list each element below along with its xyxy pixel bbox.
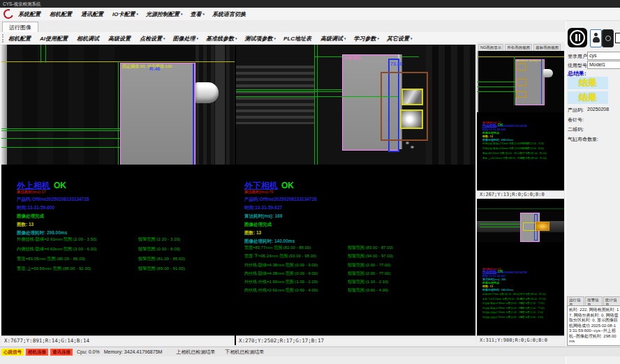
toolbar-button[interactable]: AI使用配置 (40, 35, 69, 43)
tab-run-image[interactable]: 运行图像 (2, 22, 38, 33)
measurement-value: 宽度-上=90.56mm 范围:(88.00 - 92.00) (482, 158, 524, 160)
toolbar-button[interactable]: 测试项参数▾ (245, 35, 276, 43)
measurement-row: 宽度=83.77mm 范围:(82.00 - 88.00) 报警范围:(83.0… (236, 245, 475, 254)
chevron-down-icon: ▾ (235, 36, 237, 40)
machine-background (426, 45, 475, 165)
defect-mark-rect (517, 63, 526, 70)
measurement-value: 宽度-下=95.24mm 范围:(93.00 - 98.00) (244, 254, 316, 258)
measurement-value: 外丝线-丝线=1.90mm 范围:(1.00 - 2.20) (482, 312, 524, 314)
camera-view-lower[interactable]: AI检测框 73.80 外下相机OK 算法耗时(ms):70 产品码:Offli… (236, 45, 475, 345)
process-done: 图像处理完成 (244, 222, 272, 227)
process-elapsed: 图像处理耗时: 298.00ms (482, 139, 513, 142)
roller-stripes (236, 66, 314, 124)
menu-item[interactable]: 查看▾ (190, 10, 205, 18)
alarm-range: 报警范围:(2.20 - 3.20) (520, 143, 544, 146)
chevron-down-icon: ▾ (136, 12, 138, 16)
toolbar-button[interactable]: 点检设置▾ (140, 35, 165, 43)
result-badge-lower: 结果 (568, 91, 608, 104)
control-panel: → 登录用户: cys 使用型号: Model1 总结果: 结果 结果 产品码:… (566, 21, 620, 364)
toolbar-button[interactable]: 其它设置▾ (387, 35, 413, 43)
pause-button[interactable] (568, 28, 587, 47)
user-icon (594, 33, 598, 36)
green-measure-line (1, 128, 120, 129)
toolbar-button[interactable]: 基准线参数▾ (206, 35, 237, 43)
frame-count: 图数: 13 (17, 222, 34, 227)
menu-item[interactable]: 相机配置 (50, 10, 73, 18)
measurement-row: 外丝线-丝线=1.90mm 范围:(1.00 - 2.20) 报警范围:(1.1… (236, 280, 475, 288)
measurement-list: 宽度=83.77mm 范围:(82.00 - 88.00) 报警范围:(83.0… (477, 294, 564, 321)
measurement-value: 宽度=83.05mm 范围:(80.00 - 86.00) (17, 257, 85, 261)
brown-roi-rect (381, 72, 428, 141)
needle-no-label: 卷针号: (568, 116, 584, 123)
exit-button[interactable]: → (614, 29, 620, 46)
alarm-range: 报警范围:(2.00 - 77.00) (348, 263, 391, 267)
measurement-value: 内丝线-丝线=2.61mm 范围:(0.60 - 4.00) (244, 288, 318, 292)
product-code: 产品码:Offline20250208133134728 (17, 197, 89, 202)
green-measure-line (477, 91, 515, 92)
blue-edge-line (193, 63, 194, 165)
device-button[interactable] (602, 29, 614, 47)
menu-bar: 系统配置相机配置通讯配置IO卡配置▾光源控制配置▾查看▾系统语言切换 (0, 8, 620, 21)
camera-view-upper[interactable]: 固定阈值:93, 动态阈值:100 R:46 外上相机OK 算法耗时(ms):1… (1, 45, 235, 345)
menu-item[interactable]: 光源控制配置▾ (146, 10, 183, 18)
toolbar-button[interactable]: 学习参数▾ (354, 35, 380, 43)
alarm-range: 报警范围:(2.00 - 77.00) (520, 308, 545, 310)
result-ok: OK (54, 181, 66, 190)
alarm-range: 报警范围:(1.10 - 2.10) (348, 280, 388, 284)
green-measure-line (480, 227, 520, 227)
thumbnail-tab[interactable]: NG画面显示 (478, 44, 503, 51)
measurement-value: 内侧丝线-隐镶=4.60mm 范围:(3.00 - 6.00) (17, 247, 97, 251)
green-guide-line (314, 45, 315, 165)
product-code-value: 20250208 (587, 107, 609, 112)
menu-item[interactable]: IO卡配置▾ (112, 10, 138, 18)
weld-detect-rect (523, 222, 536, 231)
capture-time: 时间:13-31-59-627 (244, 206, 282, 211)
chevron-down-icon: ▾ (378, 36, 380, 40)
toolbar-grip[interactable] (2, 34, 4, 43)
tab-strip: 运行图像 (0, 20, 566, 33)
toolbar-button[interactable]: 相机配置 (8, 35, 32, 43)
alarm-range: 报警范围:(81.00 - 85.00) (138, 257, 185, 261)
menu-item[interactable]: 系统配置 (18, 10, 42, 18)
green-edge-line (118, 61, 119, 165)
model-select[interactable]: Model1 (587, 61, 620, 69)
yellow-reference-line (477, 56, 564, 57)
toolbar-button[interactable]: 相机调试 (77, 35, 101, 43)
log-text-area[interactable]: 耗时: 222, 网络检测耗时: 17, 网络分类耗时: 0, 网络提取分区耗时… (567, 305, 620, 346)
menu-items: 系统配置相机配置通讯配置IO卡配置▾光源控制配置▾查看▾系统语言切换 (18, 10, 247, 18)
thumbnail-image-upper: 固定阈值:93, 动态阈值:100 (477, 51, 564, 112)
camera-image-lower[interactable]: AI检测框 73.80 (236, 45, 475, 165)
menu-item[interactable]: 系统语言切换 (212, 10, 247, 18)
measurement-row: 内丝线-隐镶=4.38mm 范围:(0.00 - 9.00) 报警范围:(2.0… (236, 271, 475, 280)
alarm-range: 报警范围:(0.00 - 8.00) (520, 148, 544, 151)
menu-item[interactable]: 通讯配置 (81, 10, 105, 18)
measurement-value: 宽度-下=95.24mm 范围:(93.00 - 98.00) (482, 298, 523, 301)
measurement-value: 内丝线-隐镶=4.38mm 范围:(0.00 - 9.00) (244, 271, 318, 275)
green-measure-line (477, 86, 515, 87)
login-user-value[interactable]: cys (587, 52, 620, 60)
toolbar-button[interactable]: 高级设置 (108, 35, 132, 43)
toolbar-button[interactable]: 图像处理▾ (173, 35, 199, 43)
window-title: CYS-视觉检测系统 (0, 0, 620, 8)
camera-image-upper[interactable]: 固定阈值:93, 动态阈值:100 R:46 (1, 45, 235, 165)
thumbnail-tab[interactable]: 所有画面视图 (505, 44, 532, 51)
model-label: 使用型号: (568, 62, 589, 69)
alarm-range: 报警范围:(2.00 - 77.00) (348, 271, 391, 275)
alarm-range: 报警范围:(0.00 - 8.00) (138, 247, 180, 251)
green-measure-line (236, 91, 342, 92)
toolbar-button[interactable]: PLC地址表 (283, 35, 313, 43)
measurement-value: 宽度-上=90.56mm 范围:(88.00 - 92.00) (17, 266, 91, 271)
alarm-range: 报警范围:(89.00 - 91.00) (520, 158, 547, 160)
toolbar-button[interactable]: 高级调试▾ (320, 35, 346, 43)
measurement-row: 宽度-下=95.24mm 范围:(93.00 - 98.00) 报警范围:(94… (236, 254, 475, 262)
thumbnail-view-lower[interactable]: 外下相机OK 算法耗时(ms):70 产品码:Offline2025020813… (477, 199, 564, 335)
thumbnail-view-upper[interactable]: 固定阈值:93, 动态阈值:100 外上相机OK 算法耗时(ms):17 产品码… (477, 51, 564, 190)
defect-mark-rect (515, 91, 526, 98)
green-edge-line (514, 56, 515, 105)
qr-code-label: 二维码: (568, 126, 584, 133)
user-button[interactable] (590, 29, 602, 47)
thumbnail-tab[interactable]: 超标画面视图 (533, 44, 561, 51)
blue-measure-label: R:46 (149, 66, 160, 71)
green-guide-line (317, 45, 318, 165)
measurement-list: 外侧丝线-隐镶=2.91mm 范围:(2.00 - 3.50) 报警范围:(2.… (477, 143, 564, 162)
